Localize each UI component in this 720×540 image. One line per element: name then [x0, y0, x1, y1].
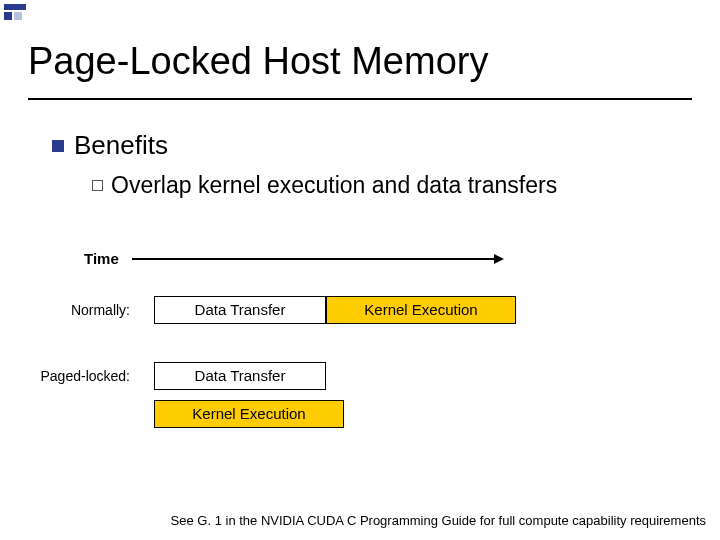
row-label-paged-locked: Paged-locked: — [10, 368, 130, 384]
row-label-normally: Normally: — [10, 302, 130, 318]
time-axis-label: Time — [84, 250, 119, 267]
bullet-benefits: Benefits — [52, 130, 168, 161]
box-normally-kernel-exec: Kernel Execution — [326, 296, 516, 324]
header-accent-icon — [4, 4, 26, 20]
footnote: See G. 1 in the NVIDIA CUDA C Programmin… — [171, 513, 706, 528]
slide: Page-Locked Host Memory Benefits Overlap… — [0, 0, 720, 540]
square-bullet-icon — [52, 140, 64, 152]
time-arrow-icon — [132, 258, 502, 260]
box-normally-data-transfer: Data Transfer — [154, 296, 326, 324]
bullet-overlap: Overlap kernel execution and data transf… — [92, 172, 557, 199]
title-underline — [28, 98, 692, 100]
slide-title: Page-Locked Host Memory — [28, 40, 488, 83]
bullet-l1-text: Benefits — [74, 130, 168, 161]
bullet-l2-text: Overlap kernel execution and data transf… — [111, 172, 557, 199]
box-paged-data-transfer: Data Transfer — [154, 362, 326, 390]
hollow-square-bullet-icon — [92, 180, 103, 191]
box-paged-kernel-exec: Kernel Execution — [154, 400, 344, 428]
